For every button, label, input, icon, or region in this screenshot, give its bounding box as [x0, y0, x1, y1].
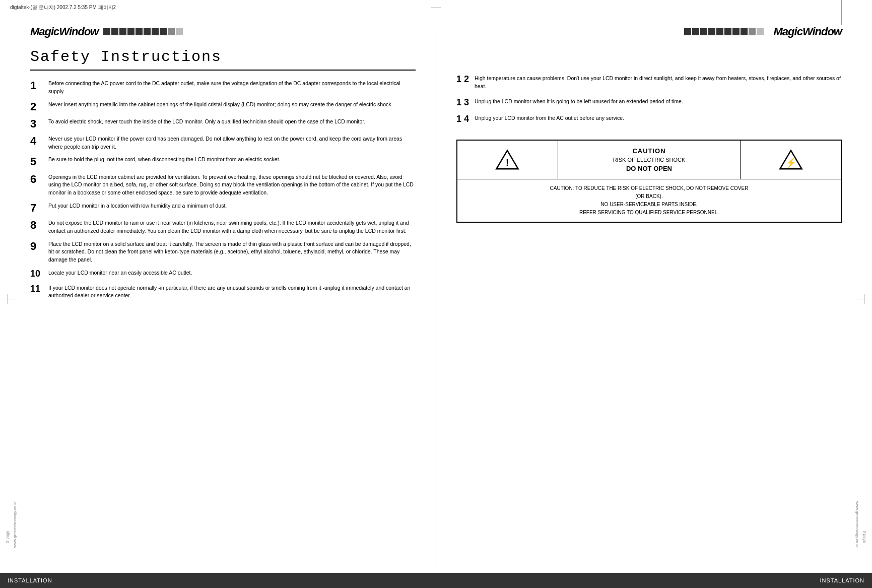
logo-block-6 [144, 28, 151, 35]
r-logo-block-3 [700, 28, 707, 35]
footer-right: INSTALLATION [436, 573, 873, 588]
r-logo-block-7 [732, 28, 740, 35]
instruction-item-2: 2 Never insert anything metallic into th… [30, 101, 416, 113]
item-text-10: Locate your LCD monitor near an easily a… [48, 269, 192, 277]
watermark-left: www.gmstechnology.co.kr [13, 501, 17, 548]
left-logo-area: MagicWindow [30, 25, 416, 38]
r-logo-block-9 [749, 28, 756, 35]
instruction-item-8: 8 Do not expose the LCD monitor to rain … [30, 219, 416, 235]
item-text-9: Place the LCD monitor on a solid surface… [48, 240, 416, 264]
caution-do-not-open: DO NOT OPEN [626, 165, 672, 172]
left-column: MagicWindow Safety Instructions [30, 25, 436, 568]
r-logo-block-8 [741, 28, 748, 35]
watermark-right: www.gmstechnology.co.kr [855, 501, 859, 548]
item-number-2: 2 [30, 101, 44, 113]
instruction-item-3: 3 To avoid electric shock, never touch t… [30, 118, 416, 130]
item-text-2: Never insert anything metallic into the … [48, 101, 392, 109]
item-text-5: Be sure to hold the plug, not the cord, … [48, 156, 281, 164]
item-number-1: 1 [30, 80, 44, 92]
r-logo-block-1 [684, 28, 691, 35]
warning-triangle-right-icon: ⚡ [778, 148, 803, 171]
right-column: MagicWindow 1 2 High temperature can cau… [436, 25, 842, 568]
logo-block-7 [152, 28, 159, 35]
caution-title: CAUTION [632, 147, 665, 155]
instruction-item-14: 1 4 Unplug your LCD monitor from the AC … [456, 114, 842, 124]
r-logo-block-6 [724, 28, 731, 35]
instruction-item-5: 5 Be sure to hold the plug, not the cord… [30, 156, 416, 168]
item-number-14: 1 4 [456, 114, 471, 124]
instructions-list-right: 1 2 High temperature can cause problems.… [456, 75, 842, 124]
svg-text:⚡: ⚡ [785, 157, 796, 168]
caution-top: ! CAUTION RISK OF ELECTRIC SHOCK DO NOT … [457, 141, 841, 179]
item-text-12: High temperature can cause problems. Don… [475, 75, 842, 91]
instruction-item-10: 10 Locate your LCD monitor near an easil… [30, 269, 416, 279]
instruction-item-9: 9 Place the LCD monitor on a solid surfa… [30, 240, 416, 264]
caution-bottom-line1: CAUTION: TO REDUCE THE RISK OF ELECTRIC … [465, 184, 833, 192]
left-logo-window: Window [59, 25, 98, 38]
page-label-right: 3 page [862, 531, 867, 543]
top-bar: digtaltek-(영 문니지) 2002.7.2 5:35 PM 페이지2 [10, 4, 116, 11]
logo-block-10 [176, 28, 183, 35]
item-text-7: Put your LCD monitor in a location with … [48, 202, 227, 210]
caution-box: ! CAUTION RISK OF ELECTRIC SHOCK DO NOT … [456, 140, 842, 223]
logo-block-1 [103, 28, 110, 35]
item-number-11: 11 [30, 284, 44, 294]
item-text-8: Do not expose the LCD monitor to rain or… [48, 219, 416, 235]
item-number-13: 1 3 [456, 98, 471, 108]
crosshair-right [852, 294, 872, 304]
instruction-item-1: 1 Before connecting the AC power cord to… [30, 80, 416, 96]
item-number-10: 10 [30, 269, 44, 279]
footer: INSTALLATION INSTALLATION [0, 573, 872, 588]
filename: digtaltek-(영 문니지) 2002.7.2 5:35 PM 페이지2 [10, 5, 116, 10]
title-spacer [456, 48, 842, 75]
footer-right-label: INSTALLATION [820, 577, 864, 583]
main-content: MagicWindow Safety Instructions [0, 0, 872, 588]
instruction-item-11: 11 If your LCD monitor does not operate … [30, 284, 416, 300]
instruction-item-4: 4 Never use your LCD monitor if the powe… [30, 135, 416, 151]
left-logo-blocks [103, 28, 183, 35]
instruction-item-12: 1 2 High temperature can cause problems.… [456, 75, 842, 91]
page-title: Safety Instructions [30, 48, 416, 71]
footer-left-label: INSTALLATION [8, 577, 52, 583]
r-logo-block-5 [716, 28, 723, 35]
caution-bottom-line3: NO USER-SERVICEABLE PARTS INSIDE. [465, 201, 833, 209]
instruction-item-6: 6 Openings in the LCD monitor cabinet ar… [30, 173, 416, 197]
left-logo-magic: Magic [30, 25, 59, 38]
logo-block-8 [160, 28, 167, 35]
item-number-5: 5 [30, 156, 44, 168]
instruction-item-13: 1 3 Unplug the LCD monitor when it is go… [456, 98, 842, 108]
footer-left: INSTALLATION [0, 573, 436, 588]
svg-text:!: ! [506, 157, 509, 168]
caution-left-icon-area: ! [457, 141, 558, 179]
caution-bottom-line2: (OR BACK). [465, 192, 833, 201]
r-logo-block-10 [757, 28, 764, 35]
instructions-list-left: 1 Before connecting the AC power cord to… [30, 80, 416, 300]
item-text-13: Unplug the LCD monitor when it is going … [475, 98, 683, 106]
crosshair-left [0, 294, 20, 304]
r-logo-block-2 [692, 28, 699, 35]
caution-middle: CAUTION RISK OF ELECTRIC SHOCK DO NOT OP… [558, 141, 741, 179]
page-label-left: 2 page [5, 531, 10, 543]
r-logo-block-4 [708, 28, 715, 35]
right-logo-blocks [684, 28, 764, 35]
item-text-4: Never use your LCD monitor if the power … [48, 135, 416, 151]
instruction-item-7: 7 Put your LCD monitor in a location wit… [30, 202, 416, 214]
item-number-8: 8 [30, 219, 44, 231]
crosshair-top [431, 0, 441, 20]
caution-bottom-line4: REFER SERVICING TO QUALIFIED SERVICE PER… [465, 209, 833, 217]
page-container: digtaltek-(영 문니지) 2002.7.2 5:35 PM 페이지2 … [0, 0, 872, 588]
item-text-6: Openings in the LCD monitor cabinet are … [48, 173, 416, 197]
item-number-4: 4 [30, 135, 44, 147]
item-text-14: Unplug your LCD monitor from the AC outl… [475, 114, 624, 122]
item-text-11: If your LCD monitor does not operate nor… [48, 284, 416, 300]
left-logo-text: MagicWindow [30, 25, 98, 38]
right-logo-text: MagicWindow [774, 25, 842, 38]
logo-block-5 [136, 28, 143, 35]
item-number-12: 1 2 [456, 75, 471, 85]
item-number-3: 3 [30, 118, 44, 130]
item-text-1: Before connecting the AC power cord to t… [48, 80, 416, 96]
logo-block-2 [111, 28, 118, 35]
logo-block-3 [119, 28, 126, 35]
right-logo-window: Window [802, 25, 842, 38]
right-logo-area: MagicWindow [456, 25, 842, 38]
